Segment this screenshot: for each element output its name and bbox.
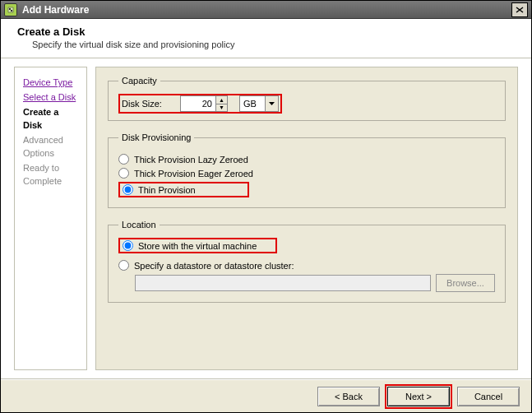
step-select-disk[interactable]: Select a Disk bbox=[23, 90, 78, 104]
radio-thin-input[interactable] bbox=[123, 184, 133, 195]
step-ready-complete: Ready to Complete bbox=[23, 161, 78, 188]
radio-store-vm-label: Store with the virtual machine bbox=[138, 241, 257, 251]
spin-down-icon[interactable]: ▼ bbox=[216, 104, 227, 112]
wizard-header: Create a Disk Specify the virtual disk s… bbox=[1, 19, 531, 58]
radio-thick-eager[interactable]: Thick Provision Eager Zeroed bbox=[118, 168, 495, 179]
radio-thick-lazy[interactable]: Thick Provision Lazy Zeroed bbox=[118, 154, 495, 165]
wizard-footer: < Back Next > Cancel bbox=[1, 379, 531, 412]
radio-specify-ds-input[interactable] bbox=[118, 260, 129, 271]
disk-size-input[interactable] bbox=[180, 95, 216, 112]
browse-button: Browse... bbox=[436, 274, 495, 292]
radio-store-vm[interactable]: Store with the virtual machine bbox=[123, 240, 273, 251]
disk-provisioning-group: Disk Provisioning Thick Provision Lazy Z… bbox=[108, 132, 506, 208]
capacity-legend: Capacity bbox=[118, 76, 160, 86]
close-icon bbox=[516, 7, 524, 13]
radio-store-vm-input[interactable] bbox=[123, 240, 133, 251]
radio-thin[interactable]: Thin Provision bbox=[123, 184, 245, 195]
spin-up-icon[interactable]: ▲ bbox=[216, 96, 227, 104]
provisioning-legend: Disk Provisioning bbox=[118, 132, 194, 142]
wizard-steps: Device Type Select a Disk Create a Disk … bbox=[14, 67, 87, 370]
radio-thick-eager-input[interactable] bbox=[118, 168, 129, 179]
radio-specify-ds[interactable]: Specify a datastore or datastore cluster… bbox=[118, 260, 495, 271]
step-advanced-options: Advanced Options bbox=[23, 133, 78, 160]
disk-size-label: Disk Size: bbox=[122, 99, 162, 109]
step-create-disk: Create a Disk bbox=[23, 105, 78, 132]
location-legend: Location bbox=[118, 220, 160, 230]
window-title: Add Hardware bbox=[22, 4, 89, 16]
cancel-button[interactable]: Cancel bbox=[457, 387, 520, 406]
page-title: Create a Disk bbox=[17, 26, 515, 38]
page-subtitle: Specify the virtual disk size and provis… bbox=[17, 39, 515, 49]
dropdown-icon[interactable] bbox=[266, 95, 279, 112]
step-device-type[interactable]: Device Type bbox=[23, 76, 78, 89]
capacity-group: Capacity Disk Size: ▲ ▼ bbox=[108, 76, 506, 121]
location-group: Location Store with the virtual machine … bbox=[108, 220, 506, 303]
radio-specify-ds-label: Specify a datastore or datastore cluster… bbox=[134, 261, 294, 271]
wizard-content: Capacity Disk Size: ▲ ▼ bbox=[95, 67, 518, 370]
next-button[interactable]: Next > bbox=[387, 387, 450, 406]
app-icon bbox=[4, 3, 17, 16]
disk-size-spinner[interactable]: ▲ ▼ bbox=[180, 95, 228, 112]
add-hardware-window: Add Hardware Create a Disk Specify the v… bbox=[0, 0, 532, 413]
datastore-input bbox=[135, 275, 431, 291]
radio-thick-lazy-label: Thick Provision Lazy Zeroed bbox=[134, 155, 248, 165]
radio-thick-lazy-input[interactable] bbox=[118, 154, 129, 165]
back-button[interactable]: < Back bbox=[317, 387, 380, 406]
radio-thick-eager-label: Thick Provision Eager Zeroed bbox=[134, 169, 253, 179]
close-button[interactable] bbox=[511, 2, 528, 17]
radio-thin-label: Thin Provision bbox=[138, 185, 196, 195]
disk-size-unit-value[interactable] bbox=[239, 95, 266, 112]
disk-size-unit-combo[interactable] bbox=[239, 95, 279, 112]
titlebar: Add Hardware bbox=[1, 1, 531, 19]
